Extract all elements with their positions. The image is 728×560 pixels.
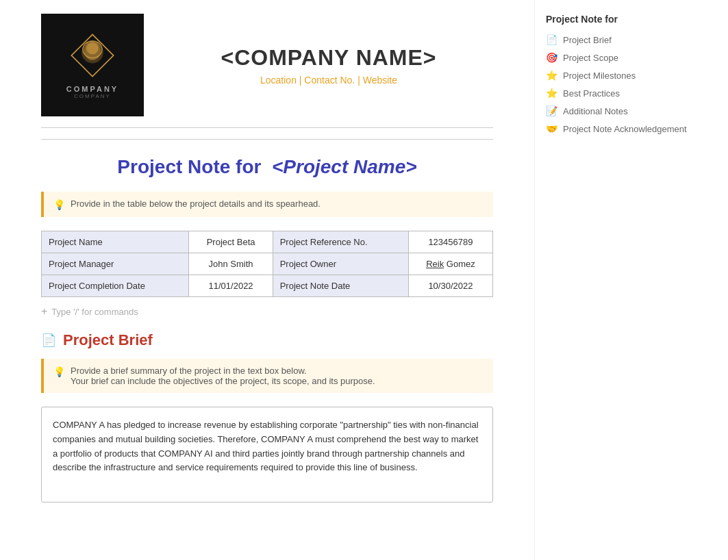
sidebar-item-icon: ⭐ (546, 70, 557, 81)
sidebar-item-icon: ⭐ (546, 88, 557, 99)
company-contact: Location | Contact No. | Website (164, 75, 493, 86)
table-cell: Project Owner (273, 253, 408, 275)
command-hint-plus[interactable]: + (41, 305, 47, 318)
logo-box: COMPANY COMPANY (41, 14, 144, 116)
sidebar-item-4[interactable]: 📝Additional Notes (546, 105, 688, 116)
info-icon-1: 💡 (53, 199, 65, 210)
logo-subtext: COMPANY (74, 93, 111, 99)
sidebar-item-icon: 📝 (546, 105, 557, 116)
table-cell: 10/30/2022 (408, 275, 492, 297)
command-hint-text: Type '/' for commands (51, 307, 138, 317)
table-row: Project ManagerJohn SmithProject OwnerRe… (42, 253, 493, 275)
company-info: <COMPANY NAME> Location | Contact No. | … (164, 45, 493, 86)
sidebar-item-icon: 🎯 (546, 52, 557, 63)
project-table: Project NameProject BetaProject Referenc… (41, 231, 493, 297)
company-name: <COMPANY NAME> (164, 45, 493, 71)
svg-point-3 (86, 42, 99, 54)
info-icon-2: 💡 (53, 366, 65, 377)
table-cell: Project Manager (42, 253, 189, 275)
sidebar-item-3[interactable]: ⭐Best Practices (546, 88, 688, 99)
sidebar-item-label: Project Milestones (563, 71, 636, 81)
table-cell: 123456789 (408, 231, 492, 253)
brief-text-box[interactable]: COMPANY A has pledged to increase revenu… (41, 407, 493, 502)
table-row: Project Completion Date11/01/2022Project… (42, 275, 493, 297)
sidebar-item-label: Project Scope (563, 53, 618, 63)
header-divider (41, 139, 493, 140)
sidebar-item-label: Project Brief (563, 35, 612, 45)
sidebar-item-icon: 🤝 (546, 123, 557, 134)
header-section: COMPANY COMPANY <COMPANY NAME> Location … (41, 0, 493, 128)
sidebar-item-label: Additional Notes (563, 106, 628, 116)
table-cell: Project Completion Date (42, 275, 189, 297)
info-box-2-line1: Provide a brief summary of the project i… (71, 366, 375, 376)
table-cell: Project Beta (189, 231, 273, 253)
table-cell: Project Name (42, 231, 189, 253)
page-wrapper: COMPANY COMPANY <COMPANY NAME> Location … (0, 0, 728, 560)
sidebar-item-2[interactable]: ⭐Project Milestones (546, 70, 688, 81)
sidebar-item-icon: 📄 (546, 34, 557, 45)
underline-name: Reik (426, 259, 444, 269)
sidebar-item-label: Best Practices (563, 88, 620, 99)
table-cell: Project Reference No. (273, 231, 408, 253)
info-box-2-content: Provide a brief summary of the project i… (71, 366, 375, 386)
table-cell: Project Note Date (273, 275, 408, 297)
table-cell: Reik Gomez (408, 253, 492, 275)
info-box-1-text: Provide in the table below the project d… (71, 199, 321, 209)
project-title-static: Project Note for (117, 156, 261, 177)
brief-body-text: COMPANY A has pledged to increase revenu… (53, 420, 479, 472)
sidebar-title: Project Note for (546, 14, 688, 25)
command-hint[interactable]: + Type '/' for commands (41, 305, 493, 318)
sidebar-item-1[interactable]: 🎯Project Scope (546, 52, 688, 63)
sidebar-item-0[interactable]: 📄Project Brief (546, 34, 688, 45)
sidebar: Project Note for 📄Project Brief🎯Project … (534, 0, 699, 560)
brief-section-title: Project Brief (63, 331, 153, 349)
project-title-dynamic: <Project Name> (272, 156, 417, 177)
table-cell: John Smith (189, 253, 273, 275)
logo-text: COMPANY (66, 85, 118, 93)
info-box-2-line2: Your brief can include the objectives of… (71, 376, 375, 386)
sidebar-items-container: 📄Project Brief🎯Project Scope⭐Project Mil… (546, 34, 688, 134)
sidebar-item-label: Project Note Acknowledgement (563, 124, 687, 134)
logo-diamond (68, 31, 116, 79)
table-row: Project NameProject BetaProject Referenc… (42, 231, 493, 253)
brief-section-icon: 📄 (41, 333, 56, 348)
info-box-2: 💡 Provide a brief summary of the project… (41, 359, 493, 393)
main-content: COMPANY COMPANY <COMPANY NAME> Location … (0, 0, 534, 560)
section-heading-brief: 📄 Project Brief (41, 331, 493, 349)
sidebar-item-5[interactable]: 🤝Project Note Acknowledgement (546, 123, 688, 134)
table-cell: 11/01/2022 (189, 275, 273, 297)
info-box-1: 💡 Provide in the table below the project… (41, 192, 493, 217)
project-title: Project Note for <Project Name> (41, 156, 493, 178)
